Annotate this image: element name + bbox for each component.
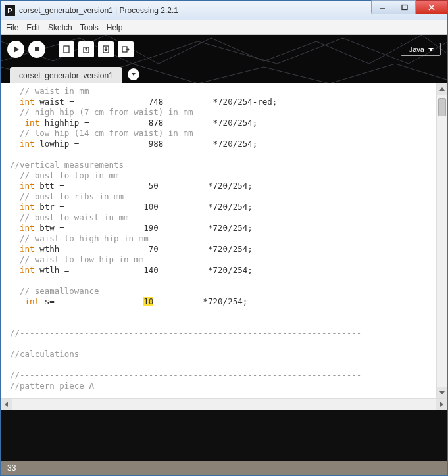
tab-sketch[interactable]: corset_generator_version1: [10, 67, 122, 83]
scroll-thumb[interactable]: [438, 98, 446, 116]
menubar: File Edit Sketch Tools Help: [1, 20, 447, 35]
svg-marker-8: [132, 73, 136, 76]
tab-menu-button[interactable]: [128, 68, 139, 80]
menu-tools[interactable]: Tools: [80, 23, 99, 32]
open-button[interactable]: [78, 41, 94, 57]
vertical-scrollbar[interactable]: [436, 83, 447, 398]
app-icon: P: [5, 5, 15, 16]
scroll-left-icon[interactable]: [1, 399, 12, 410]
scroll-right-icon[interactable]: [436, 399, 447, 410]
mode-selector[interactable]: Java: [401, 43, 441, 56]
svg-rect-1: [402, 5, 407, 10]
titlebar[interactable]: P corset_generator_version1 | Processing…: [1, 1, 447, 20]
maximize-button[interactable]: [393, 0, 416, 14]
toolbar: Java: [1, 35, 447, 64]
line-number: 33: [7, 464, 16, 473]
scroll-up-icon[interactable]: [437, 83, 447, 95]
window-title: corset_generator_version1 | Processing 2…: [19, 6, 371, 15]
highlighted-text: 10: [143, 297, 153, 306]
tabbar: corset_generator_version1: [1, 64, 447, 83]
code-editor[interactable]: // waist in mm int waist = 748 *720/254-…: [1, 83, 436, 398]
svg-rect-4: [64, 46, 69, 53]
run-button[interactable]: [7, 41, 24, 58]
export-button[interactable]: [118, 41, 134, 57]
minimize-button[interactable]: [371, 0, 393, 14]
chevron-down-icon: [428, 48, 434, 51]
console-panel[interactable]: [1, 410, 447, 461]
mode-label: Java: [409, 45, 424, 53]
horizontal-scrollbar[interactable]: [1, 398, 447, 410]
main-window: P corset_generator_version1 | Processing…: [0, 0, 448, 476]
scroll-down-icon[interactable]: [437, 387, 447, 398]
svg-marker-2: [14, 46, 19, 53]
editor: // waist in mm int waist = 748 *720/254-…: [1, 83, 447, 475]
svg-rect-3: [35, 47, 39, 51]
menu-edit[interactable]: Edit: [26, 23, 40, 32]
save-button[interactable]: [98, 41, 114, 57]
close-button[interactable]: [416, 0, 447, 14]
menu-help[interactable]: Help: [107, 23, 123, 32]
new-button[interactable]: [59, 41, 74, 57]
menu-file[interactable]: File: [6, 23, 18, 32]
stop-button[interactable]: [28, 41, 45, 58]
status-bar: 33: [1, 461, 447, 475]
menu-sketch[interactable]: Sketch: [48, 23, 72, 32]
